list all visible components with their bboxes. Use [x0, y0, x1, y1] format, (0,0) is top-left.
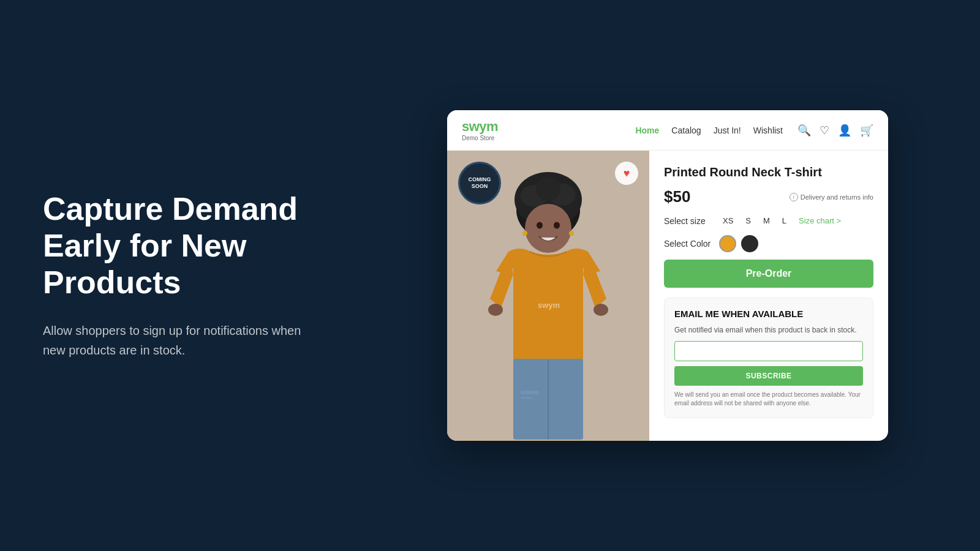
email-notify-section: EMAIL ME WHEN AVAILABLE Get notified via…	[664, 298, 873, 418]
logo-text: swym	[462, 119, 498, 135]
size-label: Select size	[664, 216, 713, 226]
size-s[interactable]: S	[742, 214, 755, 228]
size-m[interactable]: M	[760, 214, 774, 228]
store-body: COMINGSOON ♥	[447, 151, 888, 441]
email-notify-description: Get notified via email when this product…	[674, 325, 863, 335]
svg-rect-17	[521, 391, 539, 394]
svg-point-7	[525, 204, 571, 253]
product-title: Printed Round Neck T-shirt	[664, 164, 873, 180]
cart-icon[interactable]: 🛒	[860, 124, 873, 137]
color-row: Select Color	[664, 235, 873, 252]
heart-icon[interactable]: ♡	[820, 124, 829, 137]
svg-point-9	[554, 222, 560, 229]
color-swatch-orange[interactable]	[719, 235, 736, 252]
delivery-label: Delivery and returns info	[801, 193, 873, 201]
svg-text:swym: swym	[538, 301, 560, 310]
nav-icons: 🔍 ♡ 👤 🛒	[797, 124, 873, 137]
left-panel: Capture Demand Early for New Products Al…	[0, 154, 355, 396]
svg-point-13	[488, 304, 503, 316]
nav-just-in[interactable]: Just In!	[714, 126, 741, 135]
pre-order-button[interactable]: Pre-Order	[664, 260, 873, 288]
info-icon: i	[790, 193, 798, 201]
size-chart-link[interactable]: Size chart >	[799, 216, 841, 225]
nav-wishlist[interactable]: Wishlist	[753, 126, 783, 135]
nav-catalog[interactable]: Catalog	[671, 126, 701, 135]
page-heading: Capture Demand Early for New Products	[43, 191, 312, 301]
product-image-area: COMINGSOON ♥	[447, 151, 649, 441]
color-options	[719, 235, 758, 252]
size-xs[interactable]: XS	[719, 214, 737, 228]
page-description: Allow shoppers to sign up for notificati…	[43, 321, 312, 360]
subscribe-button[interactable]: SUBSCRIBE	[674, 366, 863, 386]
logo-subtitle: Demo Store	[462, 135, 498, 141]
email-notify-title: EMAIL ME WHEN AVAILABLE	[674, 308, 863, 320]
color-label: Select Color	[664, 239, 713, 249]
user-icon[interactable]: 👤	[838, 124, 851, 137]
search-icon[interactable]: 🔍	[797, 124, 811, 137]
color-swatch-black[interactable]	[741, 235, 758, 252]
store-logo: swym Demo Store	[462, 119, 498, 141]
store-nav: swym Demo Store Home Catalog Just In! Wi…	[447, 110, 888, 151]
product-price-row: $50 i Delivery and returns info	[664, 187, 873, 206]
product-details: Printed Round Neck T-shirt $50 i Deliver…	[649, 151, 888, 441]
coming-soon-badge: COMINGSOON	[458, 162, 501, 204]
coming-soon-text: COMINGSOON	[469, 176, 491, 190]
product-price: $50	[664, 187, 690, 206]
svg-point-8	[537, 222, 543, 229]
email-disclaimer: We will send you an email once the produ…	[674, 391, 863, 408]
store-card: swym Demo Store Home Catalog Just In! Wi…	[447, 110, 888, 441]
nav-links: Home Catalog Just In! Wishlist	[635, 126, 783, 135]
size-row: Select size XS S M L Size chart >	[664, 214, 873, 228]
svg-point-10	[522, 231, 527, 236]
delivery-info: i Delivery and returns info	[790, 193, 873, 201]
wishlist-button[interactable]: ♥	[615, 162, 638, 185]
svg-point-5	[536, 176, 560, 201]
size-options: XS S M L	[719, 214, 790, 228]
svg-point-11	[569, 231, 574, 236]
svg-point-14	[594, 304, 608, 316]
svg-rect-18	[521, 397, 533, 399]
size-l[interactable]: L	[778, 214, 790, 228]
nav-home[interactable]: Home	[635, 126, 659, 135]
email-input[interactable]	[674, 341, 863, 361]
right-panel: swym Demo Store Home Catalog Just In! Wi…	[355, 86, 980, 465]
